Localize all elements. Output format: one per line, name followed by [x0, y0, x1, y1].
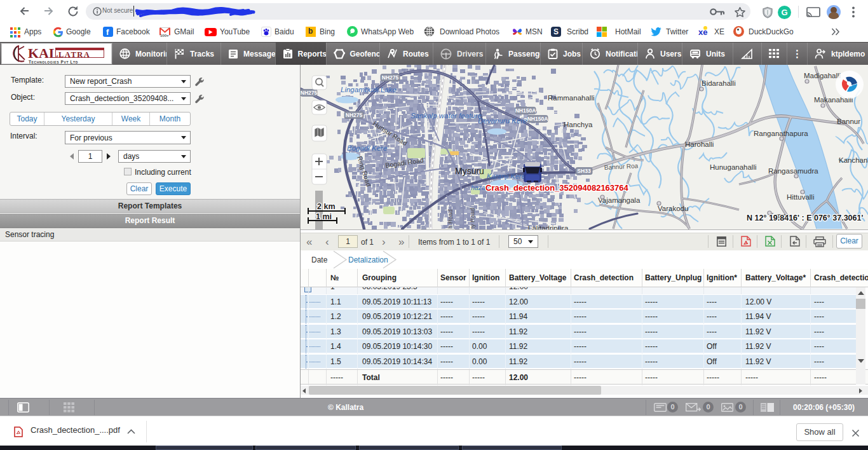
svg-text:2 km: 2 km	[317, 202, 336, 211]
svg-text:Bogadi Kere: Bogadi Kere	[347, 144, 387, 152]
svg-text:Bidarahalli: Bidarahalli	[702, 79, 736, 87]
svg-text:Varakodu: Varakodu	[658, 205, 688, 212]
svg-text:Devanuru Kere: Devanuru Kere	[478, 117, 527, 125]
svg-text:Madigahalli: Madigahalli	[804, 72, 841, 79]
svg-text:ty Road: ty Road	[469, 208, 476, 229]
svg-text:Hittuvalli: Hittuvalli	[787, 193, 814, 201]
svg-text:Crash_dectection_3520940821637: Crash_dectection_352094082163764	[485, 183, 629, 193]
svg-text:Hanchya: Hanchya	[564, 121, 593, 128]
svg-text:NH150A: NH150A	[527, 116, 548, 122]
svg-text:NH275: NH275	[301, 90, 317, 96]
svg-text:h Road: h Road	[447, 209, 454, 229]
svg-text:NH150A: NH150A	[515, 107, 536, 114]
svg-text:Hunuganahalli: Hunuganahalli	[710, 163, 757, 171]
svg-text:Rangasamudra: Rangasamudra	[768, 167, 818, 175]
svg-text:NH275: NH275	[346, 112, 363, 118]
svg-text:Rammanahalli: Rammanahalli	[548, 94, 595, 102]
svg-text:SH33: SH33	[577, 168, 591, 174]
svg-text:Bannur: Bannur	[837, 118, 860, 125]
svg-text:Ranganathapura: Ranganathapura	[754, 130, 808, 137]
svg-text:Lalitadripura: Lalitadripura	[528, 224, 569, 230]
svg-text:Sankalp water feature: Sankalp water feature	[410, 112, 482, 119]
svg-text:Lingambudi Lake: Lingambudi Lake	[341, 86, 397, 93]
svg-text:Harohalli: Harohalli	[685, 140, 714, 148]
svg-text:NH275: NH275	[382, 74, 399, 81]
svg-text:1 mi: 1 mi	[316, 212, 332, 221]
svg-text:Karanji Kere: Karanji Kere	[487, 172, 526, 180]
svg-text:Kanchana: Kanchana	[839, 156, 868, 164]
svg-text:Mysuru: Mysuru	[455, 166, 484, 176]
svg-text:N 12° 19.8416' : E 076° 37.306: N 12° 19.8416' : E 076° 37.3061'	[747, 214, 863, 222]
